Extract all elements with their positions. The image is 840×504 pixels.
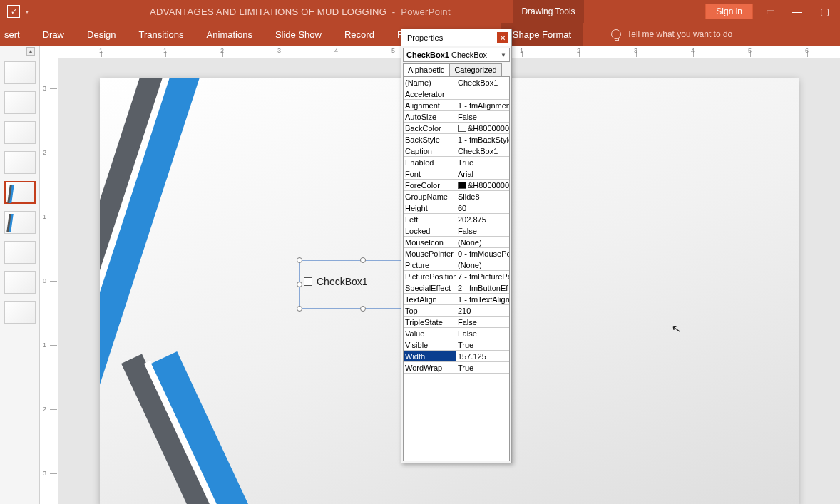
property-row[interactable]: ValueFalse (404, 328, 509, 339)
property-name: Left (404, 214, 456, 225)
property-row[interactable]: BackColor&H8000000 (404, 123, 509, 134)
object-selector[interactable]: CheckBox1 CheckBox ▼ (403, 48, 510, 62)
property-value[interactable]: 202.875 (456, 214, 509, 225)
slide-thumbnail[interactable] (4, 271, 36, 294)
properties-title-text: Properties (407, 34, 443, 42)
property-value[interactable]: 1 - fmBackStyle (456, 134, 509, 145)
qat-dropdown-icon[interactable]: ▾ (26, 9, 29, 15)
property-value[interactable]: 60 (456, 202, 509, 213)
property-row[interactable]: PicturePosition7 - fmPicturePo (404, 271, 509, 282)
property-value[interactable]: False (456, 111, 509, 122)
property-row[interactable]: MouseIcon(None) (404, 237, 509, 248)
properties-grid[interactable]: (Name)CheckBox1AcceleratorAlignment1 - f… (403, 76, 510, 461)
minimize-button[interactable]: — (787, 1, 807, 21)
property-name: Picture (404, 259, 456, 270)
slide-thumbnail[interactable] (4, 211, 36, 234)
tab-design[interactable]: Design (76, 23, 127, 46)
tab-insert[interactable]: sert (0, 23, 31, 46)
tab-draw[interactable]: Draw (31, 23, 76, 46)
resize-handle[interactable] (360, 257, 366, 263)
property-row[interactable]: Picture(None) (404, 259, 509, 271)
property-row[interactable]: Width157.125 (404, 351, 509, 362)
property-row[interactable]: ForeColor&H8000000 (404, 180, 509, 191)
property-row[interactable]: MousePointer0 - fmMousePo (404, 248, 509, 259)
window-title: ADVANTAGES AND LIMITATIONS OF MUD LOGGIN… (150, 6, 451, 17)
properties-titlebar[interactable]: Properties ✕ (401, 29, 511, 46)
tab-shape-format[interactable]: Shape Format (501, 23, 583, 46)
property-row[interactable]: EnabledTrue (404, 157, 509, 168)
resize-handle[interactable] (360, 306, 366, 312)
property-value[interactable]: 7 - fmPicturePo (456, 271, 509, 282)
property-value[interactable]: 1 - fmAlignmen (456, 100, 509, 110)
property-value[interactable]: 157.125 (456, 351, 509, 361)
tell-me-label: Tell me what you want to do (627, 29, 732, 39)
tell-me-search[interactable]: Tell me what you want to do (611, 29, 732, 39)
property-value[interactable]: 210 (456, 305, 509, 316)
slide-thumbnail[interactable] (4, 91, 36, 114)
slide-thumbnail[interactable] (4, 151, 36, 174)
property-row[interactable]: AutoSizeFalse (404, 111, 509, 123)
property-value[interactable]: &H8000000 (456, 123, 509, 133)
property-row[interactable]: BackStyle1 - fmBackStyle (404, 134, 509, 145)
tab-transitions[interactable]: Transitions (127, 23, 195, 46)
property-value[interactable]: True (456, 362, 509, 373)
resize-handle[interactable] (297, 257, 302, 263)
property-value[interactable]: CheckBox1 (456, 145, 509, 156)
property-value[interactable]: 2 - fmButtonEf (456, 282, 509, 293)
thumb-scroll-up[interactable]: ▴ (26, 47, 35, 56)
property-value[interactable]: 0 - fmMousePo (456, 248, 509, 259)
resize-handle[interactable] (297, 306, 302, 312)
property-name: TextAlign (404, 294, 456, 304)
tab-categorized[interactable]: Categorized (449, 63, 501, 76)
property-value[interactable]: Arial (456, 168, 509, 179)
sign-in-button[interactable]: Sign in (705, 4, 753, 19)
slide-thumbnail[interactable] (4, 61, 36, 84)
property-value[interactable]: (None) (456, 259, 509, 270)
property-row[interactable]: (Name)CheckBox1 (404, 77, 509, 88)
property-value[interactable]: True (456, 157, 509, 168)
contextual-tab-label: Drawing Tools (513, 0, 584, 23)
property-row[interactable]: SpecialEffect2 - fmButtonEf (404, 282, 509, 294)
property-row[interactable]: VisibleTrue (404, 339, 509, 351)
tab-animations[interactable]: Animations (195, 23, 264, 46)
window-controls: Sign in ▭ — ▢ (705, 0, 840, 23)
tab-alphabetic[interactable]: Alphabetic (403, 63, 449, 76)
property-row[interactable]: Accelerator (404, 88, 509, 100)
property-value[interactable]: False (456, 225, 509, 236)
property-value[interactable]: &H8000000 (456, 180, 509, 190)
property-row[interactable]: TripleStateFalse (404, 317, 509, 328)
property-row[interactable]: FontArial (404, 168, 509, 180)
slide-thumbnail-selected[interactable] (4, 181, 36, 204)
object-name: CheckBox1 (406, 51, 449, 59)
tab-record[interactable]: Record (333, 23, 386, 46)
property-row[interactable]: Left202.875 (404, 214, 509, 225)
slide-thumbnail[interactable] (4, 301, 36, 324)
property-value[interactable]: False (456, 328, 509, 339)
property-row[interactable]: Height60 (404, 202, 509, 214)
ribbon-display-icon[interactable]: ▭ (760, 1, 780, 21)
property-value[interactable]: (None) (456, 237, 509, 247)
property-row[interactable]: TextAlign1 - fmTextAlign (404, 294, 509, 305)
property-row[interactable]: GroupNameSlide8 (404, 191, 509, 202)
maximize-button[interactable]: ▢ (814, 1, 834, 21)
resize-handle[interactable] (297, 282, 302, 287)
slide-thumbnail[interactable] (4, 241, 36, 264)
property-value[interactable]: 1 - fmTextAlign (456, 294, 509, 304)
property-name: Locked (404, 225, 456, 236)
property-row[interactable]: WordWrapTrue (404, 362, 509, 374)
property-row[interactable]: LockedFalse (404, 225, 509, 237)
property-row[interactable]: Alignment1 - fmAlignmen (404, 100, 509, 111)
property-row[interactable]: Top210 (404, 305, 509, 317)
property-value[interactable]: True (456, 339, 509, 350)
tab-slideshow[interactable]: Slide Show (264, 23, 333, 46)
property-value[interactable]: Slide8 (456, 191, 509, 202)
chevron-down-icon: ▼ (501, 52, 506, 58)
property-value[interactable]: False (456, 317, 509, 327)
property-value[interactable]: CheckBox1 (456, 77, 509, 88)
close-icon[interactable]: ✕ (497, 32, 508, 43)
property-row[interactable]: CaptionCheckBox1 (404, 145, 509, 157)
properties-window[interactable]: Properties ✕ CheckBox1 CheckBox ▼ Alphab… (401, 29, 512, 463)
property-value[interactable] (456, 88, 509, 99)
slide-thumbnail[interactable] (4, 121, 36, 144)
qat-checkbox-icon[interactable]: ✓ (7, 5, 20, 18)
